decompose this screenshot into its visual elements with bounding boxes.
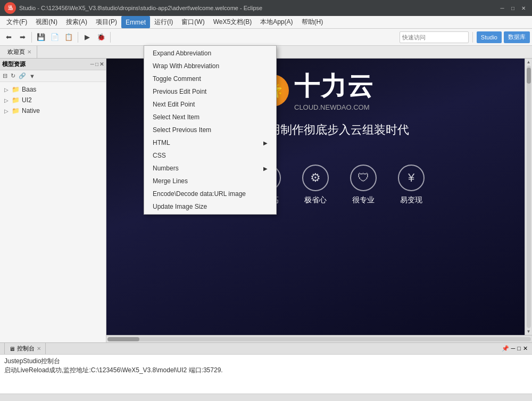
cloud-logo-text: 十力云 bbox=[294, 69, 374, 103]
scroll-track[interactable] bbox=[527, 66, 531, 328]
maximize-button[interactable]: □ bbox=[509, 4, 517, 12]
toolbar-separator-1 bbox=[31, 32, 32, 43]
menubar: 文件(F)视图(N)搜索(A)项目(P)Emmet运行(I)窗口(W)WeX5文… bbox=[0, 16, 532, 29]
toolbar-right: Studio 数据库 bbox=[400, 31, 530, 43]
cm-item-merge-lines[interactable]: Merge Lines bbox=[144, 175, 276, 187]
toolbar-btn-1[interactable]: ⬅ bbox=[2, 31, 15, 44]
tree-area: ▷ 📁 Baas ▷ 📁 UI2 ▷ 📁 Native bbox=[0, 82, 106, 342]
console-tab[interactable]: 🖥 控制台 ✕ bbox=[4, 343, 46, 354]
studio-button[interactable]: Studio bbox=[477, 31, 502, 43]
tree-arrow-ui2: ▷ bbox=[4, 97, 11, 103]
menu-item-i[interactable]: 运行(I) bbox=[150, 16, 177, 28]
tree-label-baas: Baas bbox=[22, 86, 36, 93]
cloud-logo-text-area: 十力云 CLOUD.NEWDAO.COM bbox=[294, 69, 374, 111]
console-tab-icon: 🖥 bbox=[9, 346, 15, 352]
cm-label-next-edit-point: Next Edit Point bbox=[153, 101, 195, 108]
toolbar-separator-3 bbox=[110, 32, 111, 43]
cm-label-html: HTML bbox=[153, 139, 170, 146]
search-input[interactable] bbox=[400, 31, 469, 43]
bp-pin-icon[interactable]: 📌 bbox=[502, 345, 509, 352]
tree-label-ui2: UI2 bbox=[22, 96, 32, 104]
cm-item-wrap-abbreviation[interactable]: Wrap With Abbreviation bbox=[144, 60, 276, 72]
tree-arrow-native: ▷ bbox=[4, 108, 11, 114]
minimize-button[interactable]: ─ bbox=[498, 4, 506, 12]
menu-item-emmet[interactable]: Emmet bbox=[121, 16, 150, 28]
tab-close-icon[interactable]: ✕ bbox=[27, 49, 31, 55]
cm-submenu-arrow-numbers: ▶ bbox=[263, 166, 268, 171]
folder-icon-ui2: 📁 bbox=[12, 96, 20, 104]
cm-item-select-next[interactable]: Select Next Item bbox=[144, 111, 276, 124]
console-tab-label: 控制台 bbox=[17, 345, 35, 353]
tab-welcome[interactable]: 欢迎页 ✕ bbox=[2, 46, 37, 58]
cm-item-select-prev[interactable]: Select Previous Item bbox=[144, 124, 276, 136]
console-tab-close[interactable]: ✕ bbox=[37, 346, 41, 351]
bottom-panel: 🖥 控制台 ✕ 📌 ─ □ ✕ JustepStudio控制台 启动LiveRe… bbox=[0, 342, 532, 401]
toolbar: ⬅ ➡ 💾 📄 📋 ▶ 🐞 Studio 数据库 bbox=[0, 29, 532, 46]
close-button[interactable]: ✕ bbox=[519, 4, 528, 12]
cm-item-toggle-comment[interactable]: Toggle Comment bbox=[144, 72, 276, 85]
sidebar-link[interactable]: 🔗 bbox=[17, 72, 28, 79]
cm-item-css[interactable]: CSS bbox=[144, 149, 276, 162]
window-controls: ─ □ ✕ bbox=[498, 4, 528, 12]
feature-item-4: 🛡 很专业 bbox=[350, 165, 377, 205]
menu-item-n[interactable]: 视图(N) bbox=[31, 16, 62, 28]
menu-item-h[interactable]: 帮助(H) bbox=[297, 16, 328, 28]
menu-item-a[interactable]: 搜索(A) bbox=[62, 16, 92, 28]
bp-minimize-icon[interactable]: ─ bbox=[511, 345, 516, 352]
folder-icon-baas: 📁 bbox=[12, 86, 20, 93]
cm-item-prev-edit-point[interactable]: Previous Edit Point bbox=[144, 85, 276, 98]
menu-item-f[interactable]: 文件(F) bbox=[2, 16, 31, 28]
cm-item-encode-decode[interactable]: Encode\Decode data:URL image bbox=[144, 187, 276, 200]
sidebar: 模型资源 ─ □ ✕ ⊟ ↻ 🔗 ▼ ▷ 📁 Baas ▷ 📁 UI2 bbox=[0, 59, 106, 342]
cm-label-toggle-comment: Toggle Comment bbox=[153, 75, 201, 83]
cm-label-select-prev: Select Previous Item bbox=[153, 126, 211, 134]
bp-close-icon[interactable]: ✕ bbox=[523, 345, 528, 352]
sidebar-collapse-all[interactable]: ⊟ bbox=[1, 72, 9, 79]
console-line-1: JustepStudio控制台 bbox=[4, 357, 528, 366]
cm-label-prev-edit-point: Previous Edit Point bbox=[153, 88, 206, 95]
scroll-down-btn[interactable]: ▼ bbox=[527, 329, 531, 334]
hscroll-track[interactable] bbox=[107, 337, 531, 341]
cm-label-merge-lines: Merge Lines bbox=[153, 177, 188, 185]
sidebar-maximize-btn[interactable]: □ bbox=[95, 61, 98, 67]
menu-item-wexb[interactable]: WeX5文档(B) bbox=[209, 16, 256, 28]
cm-submenu-arrow-html: ▶ bbox=[263, 140, 268, 146]
vertical-scrollbar[interactable]: ▲ ▼ bbox=[525, 59, 532, 335]
context-menu: Expand AbbreviationWrap With Abbreviatio… bbox=[144, 45, 277, 215]
scroll-up-btn[interactable]: ▲ bbox=[527, 60, 531, 64]
toolbar-separator-4 bbox=[472, 32, 473, 43]
toolbar-btn-5[interactable]: 📋 bbox=[62, 31, 75, 44]
toolbar-btn-2[interactable]: ➡ bbox=[16, 31, 29, 44]
bp-maximize-icon[interactable]: □ bbox=[517, 345, 521, 352]
tree-item-ui2[interactable]: ▷ 📁 UI2 bbox=[0, 95, 106, 105]
cm-item-numbers[interactable]: Numbers▶ bbox=[144, 162, 276, 175]
cm-item-expand-abbreviation[interactable]: Expand Abbreviation bbox=[144, 47, 276, 60]
sidebar-minimize-btn[interactable]: ─ bbox=[90, 61, 94, 67]
bottom-panel-hscroll[interactable] bbox=[0, 394, 532, 401]
toolbar-separator-2 bbox=[78, 32, 78, 43]
cm-item-update-image[interactable]: Update Image Size bbox=[144, 200, 276, 213]
menu-item-p[interactable]: 项目(P) bbox=[92, 16, 121, 28]
toolbar-btn-run[interactable]: ▶ bbox=[81, 31, 94, 44]
sidebar-close-btn[interactable]: ✕ bbox=[99, 61, 104, 67]
scroll-thumb[interactable] bbox=[527, 68, 531, 84]
menu-item-w[interactable]: 窗口(W) bbox=[177, 16, 209, 28]
toolbar-btn-3[interactable]: 💾 bbox=[35, 31, 47, 44]
toolbar-btn-debug[interactable]: 🐞 bbox=[95, 31, 107, 44]
tree-item-native[interactable]: ▷ 📁 Native bbox=[0, 105, 106, 116]
sidebar-refresh[interactable]: ↻ bbox=[9, 72, 17, 79]
cm-item-html[interactable]: HTML▶ bbox=[144, 136, 276, 149]
sidebar-menu[interactable]: ▼ bbox=[28, 73, 37, 79]
tree-item-baas[interactable]: ▷ 📁 Baas bbox=[0, 84, 106, 95]
sidebar-header: 模型资源 ─ □ ✕ bbox=[0, 59, 106, 70]
feature-label-3: 极省心 bbox=[304, 195, 327, 205]
feature-item-3: ⚙ 极省心 bbox=[302, 165, 329, 205]
console-line-2: 启动LiveReload成功,监控地址:C:\123456\WeX5_V3.8\… bbox=[4, 366, 528, 375]
menu-item-appa[interactable]: 本地App(A) bbox=[256, 16, 297, 28]
hscroll-thumb[interactable] bbox=[107, 337, 139, 341]
toolbar-btn-4[interactable]: 📄 bbox=[48, 31, 61, 44]
db-button[interactable]: 数据库 bbox=[504, 31, 530, 43]
cloud-logo-subtitle: CLOUD.NEWDAO.COM bbox=[294, 103, 370, 111]
horizontal-scrollbar[interactable] bbox=[106, 335, 532, 342]
cm-item-next-edit-point[interactable]: Next Edit Point bbox=[144, 98, 276, 111]
